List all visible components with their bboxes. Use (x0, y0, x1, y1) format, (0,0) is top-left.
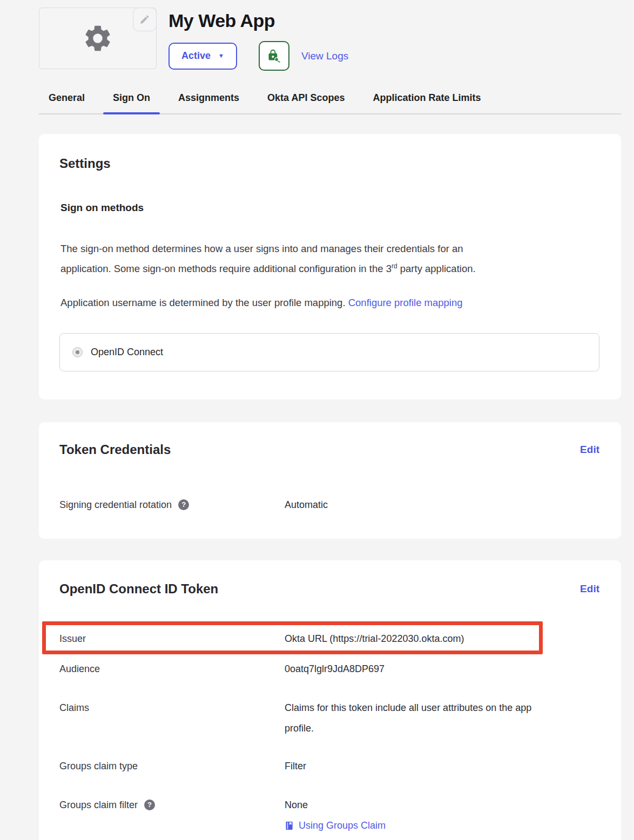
groups-claim-type-row: Groups claim type Filter (59, 755, 599, 777)
using-groups-claim-link[interactable]: Using Groups Claim (285, 817, 386, 834)
help-icon[interactable]: ? (178, 499, 189, 510)
description-text-end: party application. (397, 263, 476, 274)
help-icon[interactable]: ? (144, 800, 155, 810)
groups-claim-type-value: Filter (285, 755, 306, 777)
row-label: Signing credential rotation ? (59, 493, 285, 516)
sign-on-method-option[interactable]: OpenID Connect (59, 333, 599, 371)
issuer-row: Issuer Okta URL (https://trial-2022030.o… (59, 627, 599, 650)
page-title: My Web App (168, 10, 348, 31)
pencil-icon (139, 14, 150, 25)
row-label: Groups claim filter ? (59, 794, 285, 816)
app-header: My Web App Active ▼ View Logs (39, 8, 621, 71)
signing-credential-rotation-row: Signing credential rotation ? Automatic (59, 493, 599, 516)
sign-on-method-description: The sign-on method determines how a user… (60, 240, 590, 277)
signing-credential-rotation-value: Automatic (285, 493, 328, 516)
edit-logo-button[interactable] (133, 8, 157, 31)
sign-on-method-label: OpenID Connect (91, 347, 163, 358)
book-icon (285, 821, 294, 830)
header-main: My Web App Active ▼ View Logs (168, 8, 348, 71)
security-lock-button[interactable] (259, 41, 289, 71)
description-superscript: rd (392, 262, 397, 270)
lock-key-icon (266, 48, 282, 64)
app-tabs: General Sign On Assignments Okta API Sco… (39, 92, 621, 114)
audience-label: Audience (59, 658, 285, 680)
sign-on-methods-title: Sign on methods (60, 201, 599, 215)
tab-assignments[interactable]: Assignments (168, 92, 249, 113)
groups-claim-filter-value: None (285, 794, 386, 816)
app-logo (39, 8, 157, 69)
status-dropdown[interactable]: Active ▼ (168, 43, 237, 70)
token-credentials-edit-button[interactable]: Edit (580, 444, 599, 456)
groups-claim-filter-row: Groups claim filter ? None Using Groups … (59, 794, 599, 834)
token-credentials-title: Token Credentials (59, 442, 171, 458)
claims-row: Claims Claims for this token include all… (59, 697, 599, 739)
groups-claim-filter-label: Groups claim filter (59, 794, 138, 816)
id-token-card: OpenID Connect ID Token Edit Issuer Okta… (39, 560, 621, 840)
signing-credential-rotation-label: Signing credential rotation (59, 493, 172, 516)
app-sign-on-page: My Web App Active ▼ View Logs (0, 0, 634, 840)
view-logs-link[interactable]: View Logs (301, 50, 348, 62)
token-credentials-header: Token Credentials Edit (59, 442, 599, 458)
issuer-value: Okta URL (https://trial-2022030.okta.com… (285, 627, 464, 650)
using-groups-claim-label: Using Groups Claim (299, 817, 386, 834)
tab-general[interactable]: General (39, 92, 95, 113)
audience-row: Audience 0oatq7lglr9JdA8DP697 (59, 658, 599, 680)
groups-claim-type-label: Groups claim type (59, 755, 285, 777)
id-token-edit-button[interactable]: Edit (580, 583, 599, 595)
audience-value: 0oatq7lglr9JdA8DP697 (285, 658, 385, 680)
id-token-title: OpenID Connect ID Token (59, 581, 218, 597)
tab-okta-api-scopes[interactable]: Okta API Scopes (258, 92, 354, 113)
status-label: Active (181, 50, 211, 62)
id-token-header: OpenID Connect ID Token Edit (59, 581, 599, 597)
groups-claim-filter-value-stack: None Using Groups Claim (285, 794, 386, 834)
chevron-down-icon: ▼ (218, 53, 224, 59)
tab-sign-on[interactable]: Sign On (103, 92, 160, 113)
header-actions: Active ▼ View Logs (168, 41, 348, 71)
token-credentials-card: Token Credentials Edit Signing credentia… (39, 422, 621, 539)
radio-selected-icon[interactable] (72, 347, 83, 357)
username-mapping-text: Application username is determined by th… (60, 297, 348, 308)
username-mapping-description: Application username is determined by th… (60, 294, 590, 311)
claims-value: Claims for this token include all user a… (285, 697, 531, 739)
settings-title: Settings (59, 155, 599, 172)
tab-application-rate-limits[interactable]: Application Rate Limits (363, 92, 490, 113)
settings-card: Settings Sign on methods The sign-on met… (39, 134, 621, 399)
configure-profile-mapping-link[interactable]: Configure profile mapping (348, 297, 463, 308)
gear-icon (82, 23, 113, 54)
issuer-label: Issuer (59, 627, 285, 650)
claims-label: Claims (59, 697, 285, 718)
